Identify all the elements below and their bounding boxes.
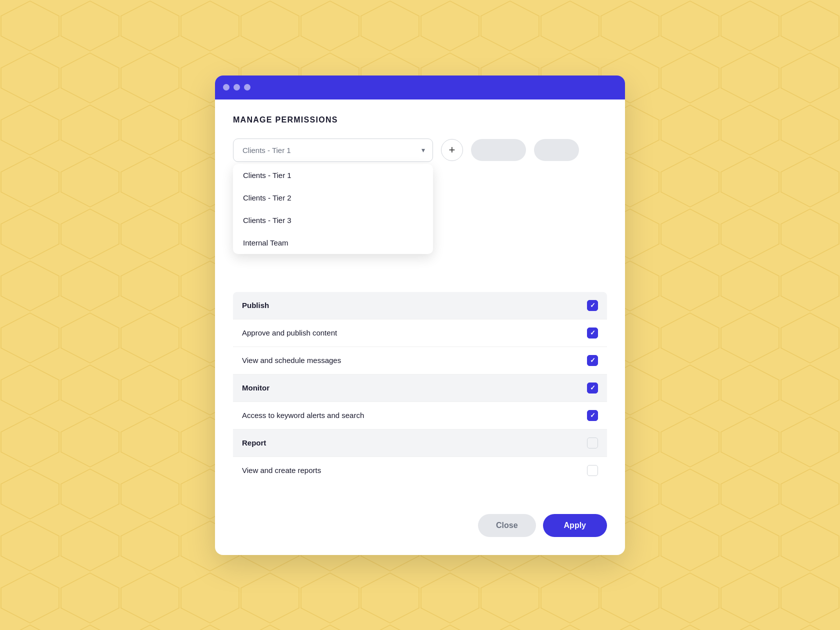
close-button[interactable]: Close [478,514,536,537]
perm-create-reports: View and create reports [233,457,607,484]
modal-body: MANAGE PERMISSIONS Clients - Tier 1 ▾ Cl… [215,100,625,502]
section-report: Report [233,430,607,457]
section-report-label: Report [242,438,266,447]
role-dropdown[interactable]: Clients - Tier 1 [233,138,433,162]
pill-button-1[interactable] [471,139,526,161]
perm-create-reports-label: View and create reports [242,466,321,474]
checkbox-monitor[interactable] [587,382,598,394]
section-publish-label: Publish [242,301,269,310]
section-monitor: Monitor [233,374,607,402]
section-monitor-label: Monitor [242,384,270,392]
window-dot-3 [244,84,250,90]
pill-button-2[interactable] [534,139,579,161]
checkbox-keyword-alerts[interactable] [587,410,598,421]
add-button[interactable]: + [441,139,463,161]
role-dropdown-wrapper: Clients - Tier 1 ▾ Clients - Tier 1 Clie… [233,138,433,162]
perm-approve-publish-label: Approve and publish content [242,328,337,337]
dropdown-item-tier1[interactable]: Clients - Tier 1 [233,164,433,186]
apply-button[interactable]: Apply [543,514,607,537]
window-dot-2 [234,84,240,90]
checkbox-publish[interactable] [587,300,598,311]
permissions-table: Publish Approve and publish content View… [233,292,607,484]
checkbox-schedule-messages[interactable] [587,355,598,366]
perm-keyword-alerts: Access to keyword alerts and search [233,402,607,430]
dropdown-item-tier3[interactable]: Clients - Tier 3 [233,209,433,232]
dropdown-menu: Clients - Tier 1 Clients - Tier 2 Client… [233,164,433,254]
modal-window: MANAGE PERMISSIONS Clients - Tier 1 ▾ Cl… [215,76,625,555]
checkbox-create-reports[interactable] [587,465,598,476]
dropdown-item-tier2[interactable]: Clients - Tier 2 [233,186,433,209]
dropdown-item-internal[interactable]: Internal Team [233,232,433,254]
perm-schedule-messages: View and schedule messages [233,347,607,374]
toolbar: Clients - Tier 1 ▾ Clients - Tier 1 Clie… [233,138,607,282]
section-publish: Publish [233,292,607,320]
window-dot-1 [223,84,230,90]
checkbox-approve-publish[interactable] [587,328,598,338]
perm-keyword-alerts-label: Access to keyword alerts and search [242,411,364,420]
footer: Close Apply [215,502,625,555]
modal-title: MANAGE PERMISSIONS [233,116,607,124]
titlebar [215,76,625,100]
perm-schedule-messages-label: View and schedule messages [242,356,341,364]
checkbox-report[interactable] [587,438,598,448]
dropdown-selected-value: Clients - Tier 1 [242,146,291,154]
perm-approve-publish: Approve and publish content [233,320,607,347]
